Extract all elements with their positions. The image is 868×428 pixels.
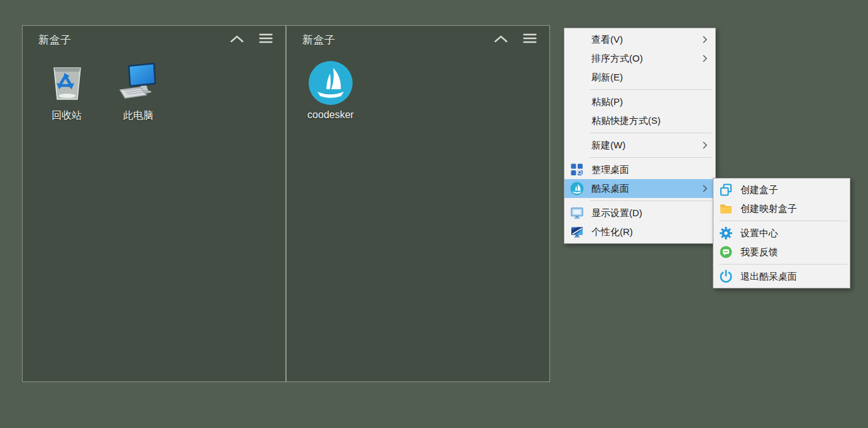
box-menu-button[interactable] xyxy=(259,33,273,47)
collapse-box-button[interactable] xyxy=(494,33,508,46)
submenu-item-create-mapped-box[interactable]: 创建映射盒子 xyxy=(713,199,850,218)
submenu-arrow-icon xyxy=(702,141,708,151)
menu-item-view[interactable]: 查看(V) xyxy=(564,30,715,49)
menu-item-sort-by[interactable]: 排序方式(O) xyxy=(564,49,715,68)
menu-separator xyxy=(590,89,711,90)
menu-separator xyxy=(590,157,711,158)
chevron-up-icon xyxy=(230,33,244,46)
submenu-arrow-icon xyxy=(702,35,708,46)
menu-item-label: 创建映射盒子 xyxy=(740,203,797,215)
menu-item-paste-shortcut[interactable]: 粘贴快捷方式(S) xyxy=(564,111,715,130)
box-title: 新盒子 xyxy=(38,33,72,47)
menu-item-label: 粘贴快捷方式(S) xyxy=(591,115,661,127)
menu-separator xyxy=(719,221,847,221)
personalization-icon xyxy=(570,225,584,239)
desktop-icon-this-pc[interactable]: 此电脑 xyxy=(107,60,170,123)
desktop-icon-label: 回收站 xyxy=(52,109,82,123)
desktop-icon-label: coodesker xyxy=(307,109,354,121)
submenu-item-settings-center[interactable]: 设置中心 xyxy=(713,224,850,243)
settings-gear-icon xyxy=(719,226,733,240)
submenu-arrow-icon xyxy=(702,184,708,195)
hamburger-menu-icon xyxy=(523,33,537,47)
menu-item-label: 刷新(E) xyxy=(591,72,623,84)
coodesker-icon xyxy=(570,182,584,195)
menu-item-refresh[interactable]: 刷新(E) xyxy=(564,68,715,87)
menu-item-display-settings[interactable]: 显示设置(D) xyxy=(564,204,715,222)
menu-item-label: 设置中心 xyxy=(740,228,778,239)
desktop-icon-recycle-bin[interactable]: 回收站 xyxy=(35,60,98,123)
menu-item-label: 查看(V) xyxy=(591,34,623,46)
this-pc-icon xyxy=(115,60,162,106)
menu-item-label: 创建盒子 xyxy=(740,184,778,196)
menu-item-label: 个性化(R) xyxy=(591,226,633,238)
desktop-icon-label: 此电脑 xyxy=(123,109,153,123)
desktop-icon-coodesker[interactable]: coodesker xyxy=(299,60,362,121)
menu-separator xyxy=(590,133,711,133)
collapse-box-button[interactable] xyxy=(230,33,244,46)
submenu-item-exit-coodesker[interactable]: 退出酷呆桌面 xyxy=(713,267,850,286)
create-box-icon xyxy=(719,183,733,197)
menu-item-label: 新建(W) xyxy=(591,140,625,151)
chevron-up-icon xyxy=(494,33,508,46)
folder-icon xyxy=(719,202,733,216)
desktop-box-left: 新盒子 xyxy=(22,25,286,382)
box-header[interactable]: 新盒子 xyxy=(287,26,549,53)
power-icon xyxy=(719,270,733,283)
coodesker-icon xyxy=(307,60,354,106)
box-menu-button[interactable] xyxy=(523,33,537,47)
menu-item-label: 酷呆桌面 xyxy=(591,183,629,195)
feedback-icon xyxy=(719,245,733,259)
submenu-arrow-icon xyxy=(702,54,708,65)
recycle-bin-icon xyxy=(43,60,90,106)
submenu-item-feedback[interactable]: 我要反馈 xyxy=(713,243,850,261)
box-header[interactable]: 新盒子 xyxy=(23,26,285,53)
menu-item-label: 我要反馈 xyxy=(740,246,778,258)
menu-separator xyxy=(590,200,711,201)
menu-separator xyxy=(719,264,847,265)
menu-item-paste[interactable]: 粘贴(P) xyxy=(564,92,715,111)
box-title: 新盒子 xyxy=(302,33,336,47)
desktop-box-right: 新盒子 coodesk xyxy=(286,25,550,382)
menu-item-label: 排序方式(O) xyxy=(591,53,643,65)
menu-item-label: 整理桌面 xyxy=(591,164,629,176)
coodesker-submenu: 创建盒子 创建映射盒子 xyxy=(713,178,850,288)
display-settings-icon xyxy=(570,206,584,220)
menu-item-coodesker[interactable]: 酷呆桌面 xyxy=(564,179,715,198)
desktop-context-menu: 查看(V) 排序方式(O) 刷新(E) 粘贴(P) 粘贴快捷方式(S) 新建(W… xyxy=(564,28,716,244)
menu-item-personalize[interactable]: 个性化(R) xyxy=(564,222,715,241)
menu-item-label: 显示设置(D) xyxy=(591,207,642,219)
menu-item-label: 粘贴(P) xyxy=(591,96,623,108)
hamburger-menu-icon xyxy=(259,33,273,47)
menu-item-organize-desktop[interactable]: 整理桌面 xyxy=(564,160,715,179)
submenu-item-create-box[interactable]: 创建盒子 xyxy=(713,180,850,199)
menu-item-new[interactable]: 新建(W) xyxy=(564,136,715,155)
menu-item-label: 退出酷呆桌面 xyxy=(740,271,797,283)
organize-desktop-icon xyxy=(570,163,584,177)
